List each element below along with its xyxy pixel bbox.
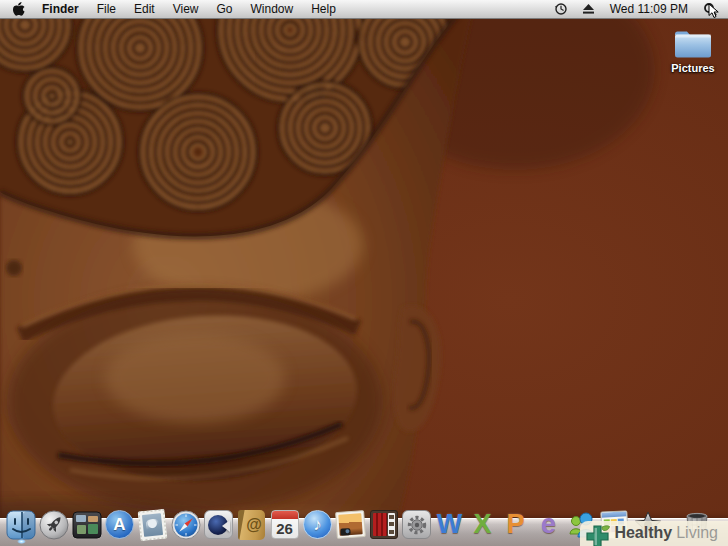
dock-system-preferences[interactable] (401, 509, 432, 540)
mission-control-icon (72, 511, 102, 539)
dock-front-row[interactable] (203, 509, 234, 540)
menu-file-label: File (97, 2, 116, 16)
menu-finder[interactable]: Finder (33, 0, 88, 18)
calendar-day: 26 (272, 519, 298, 538)
safari-compass-icon (171, 510, 201, 540)
menu-view-label: View (173, 2, 199, 16)
watermark-brand-bold: Healthy (614, 524, 672, 542)
dock-ical[interactable]: 26 (269, 509, 300, 540)
menu-view[interactable]: View (164, 0, 208, 18)
menu-go[interactable]: Go (208, 0, 242, 18)
menu-edit[interactable]: Edit (125, 0, 164, 18)
app-store-letter: A (113, 515, 125, 535)
photo-booth-icon (370, 510, 398, 539)
apple-icon (12, 2, 25, 17)
menu-edit-label: Edit (134, 2, 155, 16)
itunes-note-icon: ♪ (303, 510, 332, 539)
front-row-globe-icon (204, 510, 233, 539)
menubar-menus: Finder File Edit View Go Window Help (0, 0, 345, 18)
finder-icon (6, 510, 36, 540)
launchpad-rocket-icon (39, 510, 69, 540)
dock-iphoto[interactable] (335, 509, 366, 540)
green-cross-leaf-icon (584, 523, 611, 546)
healthy-living-watermark: Healthy Living (580, 521, 728, 546)
app-store-icon: A (105, 510, 134, 539)
word-letter-icon: W (437, 511, 462, 538)
gear-icon (402, 510, 431, 539)
dock-address-book[interactable]: @ (236, 509, 267, 540)
dock-mail[interactable] (137, 509, 168, 540)
watermark-brand-light: Living (676, 524, 718, 542)
itunes-note-glyph: ♪ (313, 515, 322, 535)
dock-itunes[interactable]: ♪ (302, 509, 333, 540)
menu-help-label: Help (311, 2, 336, 16)
desktop-icon-label: Pictures (671, 62, 714, 74)
menubar: Finder File Edit View Go Window Help (0, 0, 728, 19)
menu-window-label: Window (251, 2, 294, 16)
excel-letter-icon: X (473, 511, 491, 538)
dock-safari[interactable] (170, 509, 201, 540)
finder-running-indicator (17, 539, 26, 544)
dock-excel[interactable]: X (467, 509, 498, 540)
apple-menu[interactable] (0, 0, 33, 18)
address-book-glyph: @ (246, 516, 262, 534)
menu-finder-label: Finder (42, 2, 79, 16)
eject-menu[interactable] (575, 0, 602, 18)
mouse-cursor (708, 3, 720, 19)
dock-entourage[interactable]: e (533, 509, 564, 540)
dock-photo-booth[interactable] (368, 509, 399, 540)
eject-icon (582, 3, 595, 15)
address-book-icon: @ (238, 510, 265, 540)
folder-icon (672, 28, 714, 60)
time-machine-icon (554, 2, 568, 16)
desktop: Finder File Edit View Go Window Help (0, 0, 728, 546)
calendar-icon: 26 (271, 510, 299, 539)
dock-mission-control[interactable] (71, 509, 102, 540)
dock-finder[interactable] (5, 509, 36, 540)
time-machine-menu[interactable] (547, 0, 575, 18)
powerpoint-letter-icon: P (506, 511, 524, 538)
desktop-icon-pictures[interactable]: Pictures (662, 28, 724, 74)
dock-powerpoint[interactable]: P (500, 509, 531, 540)
entourage-letter-icon: e (541, 511, 556, 538)
dock-launchpad[interactable] (38, 509, 69, 540)
menu-file[interactable]: File (88, 0, 125, 18)
dock-word[interactable]: W (434, 509, 465, 540)
menubar-status: Wed 11:09 PM (547, 0, 728, 18)
mail-stamp-icon (138, 508, 168, 541)
dock-app-store[interactable]: A (104, 509, 135, 540)
menu-help[interactable]: Help (302, 0, 345, 18)
menu-window[interactable]: Window (242, 0, 303, 18)
wallpaper-buddha-statue (0, 0, 728, 546)
iphoto-icon (335, 510, 366, 539)
menu-go-label: Go (217, 2, 233, 16)
menubar-clock[interactable]: Wed 11:09 PM (602, 2, 696, 16)
